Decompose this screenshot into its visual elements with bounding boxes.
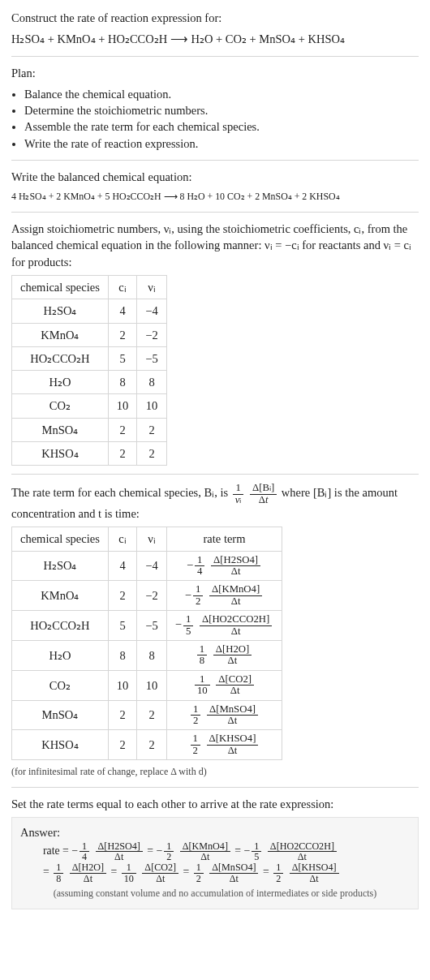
cell: −5 [137, 611, 166, 641]
rate-terms-reactants: −14 Δ[H2SO4]Δt = −12 Δ[KMnO4]Δt = −15 Δ[… [71, 845, 338, 857]
rate-expression-products: = 18 Δ[H2O]Δt = 110 Δ[CO2]Δt = 12 Δ[MnSO… [43, 862, 410, 883]
cell: −4 [137, 551, 166, 581]
table-row: KMnO₄2−2 [12, 323, 167, 346]
col-vi: νᵢ [137, 527, 166, 551]
cell: 8 [137, 641, 166, 671]
cell: 2 [108, 418, 137, 441]
rate-term-explanation: The rate term for each chemical species,… [11, 483, 419, 522]
plan-item: Write the rate of reaction expression. [24, 135, 419, 152]
cell: 8 [108, 641, 137, 671]
table-row: MnSO₄22 [12, 418, 167, 441]
cell: −2 [137, 581, 166, 611]
set-equal-text: Set the rate terms equal to each other t… [11, 796, 419, 812]
rate-term-cell: −14 Δ[H2SO4]Δt [166, 551, 282, 581]
stoich-table: chemical species cᵢ νᵢ H₂SO₄4−4 KMnO₄2−2… [11, 275, 167, 466]
table-header-row: chemical species cᵢ νᵢ [12, 275, 167, 299]
divider [11, 160, 419, 161]
cell: 10 [108, 394, 137, 418]
cell: 2 [108, 730, 137, 760]
cell: CO₂ [12, 394, 109, 418]
divider [11, 474, 419, 475]
unbalanced-equation: H₂SO₄ + KMnO₄ + HO₂CCO₂H ⟶ H₂O + CO₂ + M… [11, 31, 419, 47]
cell: 2 [137, 700, 166, 730]
cell: −2 [137, 323, 166, 346]
rate-term-cell: 18 Δ[H2O]Δt [166, 641, 282, 671]
answer-box: Answer: rate = −14 Δ[H2SO4]Δt = −12 Δ[KM… [11, 817, 419, 909]
cell: MnSO₄ [12, 418, 109, 441]
balanced-equation: 4 H₂SO₄ + 2 KMnO₄ + 5 HO₂CCO₂H ⟶ 8 H₂O +… [11, 190, 419, 204]
plan-item: Assemble the rate term for each chemical… [24, 118, 419, 135]
cell: 10 [137, 670, 166, 700]
cell: 2 [137, 730, 166, 760]
cell: H₂SO₄ [12, 299, 109, 323]
table-row: HO₂CCO₂H5−5 [12, 346, 167, 370]
col-ci: cᵢ [108, 527, 137, 551]
plan-item: Determine the stoichiometric numbers. [24, 102, 419, 118]
cell: 5 [108, 346, 137, 370]
cell: KHSO₄ [12, 730, 109, 760]
table-row: KMnO₄2−2−12 Δ[KMnO4]Δt [12, 581, 282, 611]
table-row: H₂SO₄4−4 [12, 299, 167, 323]
rate-terms-products: 18 Δ[H2O]Δt = 110 Δ[CO2]Δt = 12 Δ[MnSO4]… [52, 866, 340, 878]
table-row: H₂SO₄4−4−14 Δ[H2SO4]Δt [12, 551, 282, 581]
cell: 2 [137, 418, 166, 441]
rate-term-cell: 12 Δ[KHSO4]Δt [166, 730, 282, 760]
col-species: chemical species [12, 275, 109, 299]
cell: −5 [137, 346, 166, 370]
rate-term-cell: −12 Δ[KMnO4]Δt [166, 581, 282, 611]
cell: 2 [108, 441, 137, 465]
table-row: H₂O88 [12, 371, 167, 394]
assumption-note: (assuming constant volume and no accumul… [20, 887, 410, 900]
cell: 2 [108, 581, 137, 611]
rate-term-cell: −15 Δ[HO2CCO2H]Δt [166, 611, 282, 641]
rate-term-cell: 12 Δ[MnSO4]Δt [166, 700, 282, 730]
divider [11, 787, 419, 788]
rate-term-cell: 110 Δ[CO2]Δt [166, 670, 282, 700]
table-row: CO₂1010 [12, 394, 167, 418]
cell: 2 [108, 323, 137, 346]
rate-equals: rate = [43, 845, 69, 857]
cell: 10 [137, 394, 166, 418]
cell: H₂O [12, 641, 109, 671]
cell: 4 [108, 551, 137, 581]
cell: 4 [108, 299, 137, 323]
cell: KMnO₄ [12, 323, 109, 346]
cell: 8 [137, 371, 166, 394]
cell: HO₂CCO₂H [12, 346, 109, 370]
table-row: KHSO₄22 [12, 441, 167, 465]
plan-heading: Plan: [11, 65, 419, 81]
rate-expression: rate = −14 Δ[H2SO4]Δt = −12 Δ[KMnO4]Δt =… [43, 841, 410, 862]
plan-list: Balance the chemical equation. Determine… [24, 86, 419, 152]
cell: KHSO₄ [12, 441, 109, 465]
col-rate-term: rate term [166, 527, 282, 551]
table-row: MnSO₄2212 Δ[MnSO4]Δt [12, 700, 282, 730]
table-row: KHSO₄2212 Δ[KHSO4]Δt [12, 730, 282, 760]
problem-title: Construct the rate of reaction expressio… [11, 10, 419, 26]
plan-item: Balance the chemical equation. [24, 86, 419, 102]
divider [11, 212, 419, 213]
cell: HO₂CCO₂H [12, 611, 109, 641]
table-row: CO₂1010110 Δ[CO2]Δt [12, 670, 282, 700]
cell: 2 [108, 700, 137, 730]
table-header-row: chemical species cᵢ νᵢ rate term [12, 527, 282, 551]
cell: 5 [108, 611, 137, 641]
balanced-heading: Write the balanced chemical equation: [11, 169, 419, 185]
infinitesimal-note: (for infinitesimal rate of change, repla… [11, 765, 419, 779]
cell: H₂SO₄ [12, 551, 109, 581]
col-ci: cᵢ [108, 275, 137, 299]
rate-term-table: chemical species cᵢ νᵢ rate term H₂SO₄4−… [11, 527, 282, 760]
stoich-explanation: Assign stoichiometric numbers, νᵢ, using… [11, 221, 419, 270]
cell: MnSO₄ [12, 700, 109, 730]
table-row: H₂O8818 Δ[H2O]Δt [12, 641, 282, 671]
cell: CO₂ [12, 670, 109, 700]
divider [11, 56, 419, 57]
cell: 10 [108, 670, 137, 700]
cell: H₂O [12, 371, 109, 394]
rate-term-text-a: The rate term for each chemical species,… [11, 487, 228, 500]
cell: 2 [137, 441, 166, 465]
table-row: HO₂CCO₂H5−5−15 Δ[HO2CCO2H]Δt [12, 611, 282, 641]
rate-term-formula: 1νᵢ Δ[Bᵢ]Δt [231, 487, 282, 500]
answer-label: Answer: [20, 824, 410, 840]
col-vi: νᵢ [137, 275, 166, 299]
cell: 8 [108, 371, 137, 394]
